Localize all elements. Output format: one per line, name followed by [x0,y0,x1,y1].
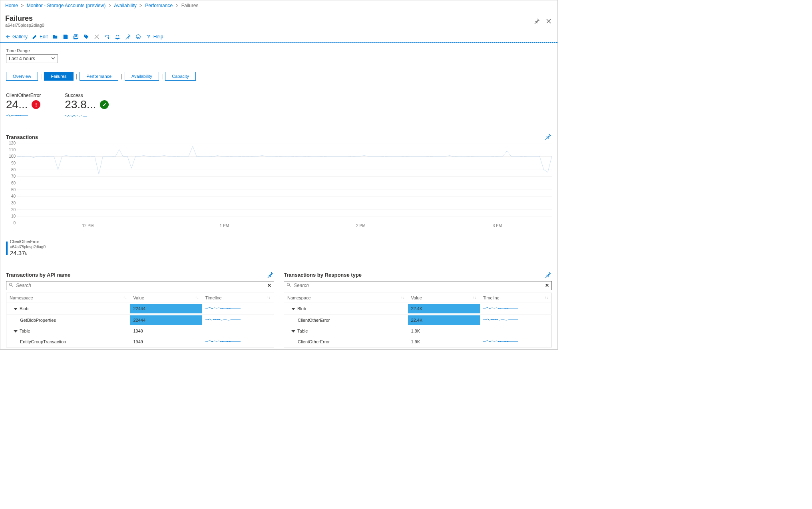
caret-down-icon[interactable] [291,308,295,310]
cell-namespace: Table [284,326,408,336]
cell-timeline [202,336,274,347]
refresh-icon[interactable] [104,34,110,40]
help-button[interactable]: ? Help [145,34,163,40]
breadcrumb-monitor[interactable]: Monitor - Storage Accounts (preview) [27,3,105,8]
caret-down-icon[interactable] [14,308,18,310]
cell-value: 1.9K [408,336,480,347]
y-tick-label: 50 [6,187,16,192]
cell-namespace: GetBlobProperties [6,314,130,326]
kpi-sparkline [65,113,89,119]
time-range-label: Time Range [6,48,552,53]
feedback-icon[interactable] [135,34,141,40]
y-tick-label: 100 [6,154,16,158]
api-search-input[interactable] [16,283,265,288]
pin-toolbar-icon[interactable] [125,34,131,40]
gallery-button[interactable]: Gallery [4,34,28,40]
cell-timeline [480,314,552,326]
clear-search-icon[interactable]: ✕ [267,283,271,288]
table-row[interactable]: GetBlobProperties22444 [6,314,274,326]
table-row[interactable]: EntityGroupTransaction1949 [6,336,274,347]
tab-performance[interactable]: Performance [80,72,118,81]
breadcrumb-home[interactable]: Home [5,3,18,8]
tab-capacity[interactable]: Capacity [165,72,196,81]
y-tick-label: 30 [6,201,16,205]
caret-down-icon[interactable] [291,330,295,333]
y-tick-label: 60 [6,181,16,185]
kpi-client-other-error[interactable]: ClientOtherError 24... ! [6,93,41,119]
cell-value: 1949 [130,326,202,336]
table-row[interactable]: Table1949 [6,326,274,336]
breadcrumb: Home > Monitor - Storage Accounts (previ… [0,0,557,11]
transactions-section: Transactions 010203040506070809010011012… [6,133,552,257]
cell-timeline [480,336,552,347]
tab-overview[interactable]: Overview [6,72,38,81]
pin-icon[interactable] [267,271,274,279]
resp-search-box[interactable]: ✕ [284,281,552,290]
transactions-chart[interactable]: 0102030405060708090100110120 12 PM1 PM2 … [6,143,552,257]
chart-line [17,143,552,223]
time-range-dropdown[interactable]: Last 4 hours [6,54,58,63]
resp-search-input[interactable] [294,283,543,288]
help-label: Help [153,34,163,40]
api-search-box[interactable]: ✕ [6,281,274,290]
y-tick-label: 10 [6,214,16,218]
chevron-right-icon: > [175,3,178,8]
edit-label: Edit [40,34,48,40]
edit-button[interactable]: Edit [32,34,48,40]
clear-search-icon[interactable]: ✕ [545,283,549,288]
pin-icon[interactable] [545,133,552,141]
cell-value: 22444 [130,314,202,326]
col-value[interactable]: Value↑↓ [130,293,202,303]
caret-down-icon[interactable] [14,330,18,333]
timeline-sparkline [483,305,523,311]
tab-failures[interactable]: Failures [44,72,73,81]
col-namespace[interactable]: Namespace↑↓ [284,293,408,303]
save-as-icon[interactable] [73,34,79,40]
cell-namespace: ClientOtherError [284,314,408,326]
y-tick-label: 80 [6,167,16,172]
col-value[interactable]: Value↑↓ [408,293,480,303]
time-range-value: Last 4 hours [9,56,35,61]
breadcrumb-performance[interactable]: Performance [145,3,173,8]
kpi-row: ClientOtherError 24... ! Success 23.8...… [6,93,552,119]
toolbar: Gallery Edit [0,31,557,43]
tag-icon[interactable] [83,34,90,40]
table-row[interactable]: Blob22.4K [284,303,552,314]
open-icon[interactable] [52,34,58,40]
svg-point-0 [136,35,140,39]
table-row[interactable]: Blob22444 [6,303,274,314]
kpi-value: 23.8... [65,98,96,111]
tab-separator: | [76,74,78,78]
timeline-sparkline [483,339,523,344]
table-row[interactable]: Table1.9K [284,326,552,336]
tab-availability[interactable]: Availability [125,72,159,81]
cell-timeline [202,314,274,326]
alert-icon[interactable] [114,34,121,40]
kpi-success[interactable]: Success 23.8... ✓ [65,93,109,119]
close-icon[interactable] [545,17,553,25]
tab-separator: | [121,74,122,78]
timeline-sparkline [205,339,245,344]
breadcrumb-availability[interactable]: Availability [114,3,136,8]
tab-bar: Overview | Failures | Performance | Avai… [6,72,552,81]
resp-table: Namespace↑↓ Value↑↓ Timeline↑↓ Blob22.4K… [284,293,552,348]
resp-table-section: Transactions by Response type ✕ Namespac… [284,271,552,348]
table-row[interactable]: ClientOtherError1.9K [284,336,552,347]
pin-icon[interactable] [545,271,552,279]
kpi-value: 24... [6,98,28,111]
x-tick-label: 1 PM [220,224,229,237]
pin-icon[interactable] [533,17,541,25]
kpi-sparkline [6,113,30,119]
save-icon[interactable] [62,34,69,40]
kpi-label: Success [65,93,109,98]
tab-separator: | [161,74,163,78]
search-icon [9,283,14,289]
timeline-sparkline [205,305,245,311]
col-namespace[interactable]: Namespace↑↓ [6,293,130,303]
y-tick-label: 110 [6,147,16,152]
col-timeline[interactable]: Timeline↑↓ [202,293,274,303]
cell-timeline [480,326,552,336]
cell-namespace: EntityGroupTransaction [6,336,130,347]
table-row[interactable]: ClientOtherError22.4K [284,314,552,326]
col-timeline[interactable]: Timeline↑↓ [480,293,552,303]
